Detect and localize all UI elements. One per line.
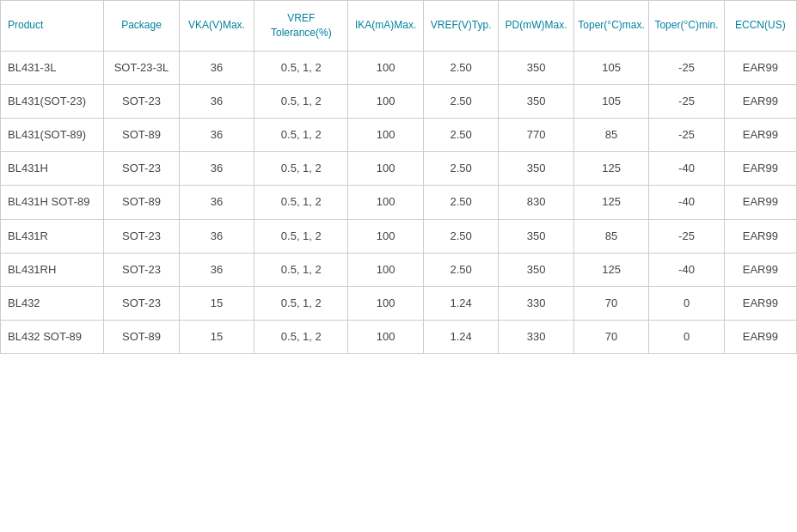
cell-pd: 350 xyxy=(499,84,573,118)
cell-toper_min: -25 xyxy=(649,219,724,253)
product-table: ProductPackageVKA(V)Max.VREF Tolerance(%… xyxy=(0,0,797,354)
cell-vka: 36 xyxy=(179,219,254,253)
cell-vref_typ: 2.50 xyxy=(423,118,498,151)
cell-vref_typ: 2.50 xyxy=(423,253,498,286)
cell-eccn: EAR99 xyxy=(724,286,796,320)
cell-pd: 770 xyxy=(499,118,573,151)
cell-package: SOT-89 xyxy=(104,118,179,151)
cell-package: SOT-23 xyxy=(104,219,179,253)
cell-vka: 36 xyxy=(179,51,254,84)
cell-vref_typ: 2.50 xyxy=(423,84,498,118)
header-vref-typ: VREF(V)Typ. xyxy=(423,1,498,52)
header-toper-max: Toper(°C)max. xyxy=(573,1,648,52)
cell-pd: 350 xyxy=(499,152,573,186)
cell-product: BL431(SOT-23) xyxy=(1,84,104,118)
table-row: BL431-3LSOT-23-3L360.5, 1, 21002.5035010… xyxy=(1,51,797,84)
cell-product: BL431H xyxy=(1,152,104,186)
cell-eccn: EAR99 xyxy=(724,84,796,118)
cell-toper_min: -25 xyxy=(649,118,724,151)
cell-ika: 100 xyxy=(348,152,423,186)
cell-product: BL431RH xyxy=(1,253,104,286)
cell-product: BL431H SOT-89 xyxy=(1,186,104,219)
cell-vka: 36 xyxy=(179,253,254,286)
cell-vka: 36 xyxy=(179,152,254,186)
cell-vref_tol: 0.5, 1, 2 xyxy=(254,321,348,354)
cell-product: BL431(SOT-89) xyxy=(1,118,104,151)
cell-ika: 100 xyxy=(348,51,423,84)
cell-ika: 100 xyxy=(348,321,423,354)
cell-vref_typ: 2.50 xyxy=(423,186,498,219)
cell-vref_tol: 0.5, 1, 2 xyxy=(254,84,348,118)
cell-toper_min: -40 xyxy=(649,253,724,286)
header-toper-min: Toper(°C)min. xyxy=(649,1,724,52)
cell-pd: 350 xyxy=(499,51,573,84)
cell-vka: 36 xyxy=(179,84,254,118)
header-package: Package xyxy=(104,1,179,52)
cell-pd: 350 xyxy=(499,253,573,286)
cell-package: SOT-89 xyxy=(104,321,179,354)
table-row: BL432 SOT-89SOT-89150.5, 1, 21001.243307… xyxy=(1,321,797,354)
header-pd-max: PD(mW)Max. xyxy=(499,1,573,52)
header-vref-tol: VREF Tolerance(%) xyxy=(254,1,348,52)
cell-toper_min: -25 xyxy=(649,51,724,84)
cell-product: BL431R xyxy=(1,219,104,253)
cell-ika: 100 xyxy=(348,118,423,151)
cell-vref_typ: 2.50 xyxy=(423,51,498,84)
header-vka-max: VKA(V)Max. xyxy=(179,1,254,52)
table-row: BL432SOT-23150.5, 1, 21001.24330700EAR99 xyxy=(1,286,797,320)
cell-toper_min: -25 xyxy=(649,84,724,118)
cell-toper_min: 0 xyxy=(649,286,724,320)
cell-vref_tol: 0.5, 1, 2 xyxy=(254,219,348,253)
cell-ika: 100 xyxy=(348,186,423,219)
cell-toper_max: 85 xyxy=(573,219,648,253)
table-row: BL431(SOT-89)SOT-89360.5, 1, 21002.50770… xyxy=(1,118,797,151)
table-row: BL431RHSOT-23360.5, 1, 21002.50350125-40… xyxy=(1,253,797,286)
cell-eccn: EAR99 xyxy=(724,219,796,253)
cell-toper_min: -40 xyxy=(649,152,724,186)
cell-toper_min: 0 xyxy=(649,321,724,354)
cell-toper_max: 70 xyxy=(573,321,648,354)
cell-pd: 830 xyxy=(499,186,573,219)
cell-pd: 350 xyxy=(499,219,573,253)
cell-vref_typ: 1.24 xyxy=(423,321,498,354)
cell-toper_max: 125 xyxy=(573,186,648,219)
cell-eccn: EAR99 xyxy=(724,51,796,84)
cell-eccn: EAR99 xyxy=(724,186,796,219)
cell-vref_tol: 0.5, 1, 2 xyxy=(254,286,348,320)
table-row: BL431(SOT-23)SOT-23360.5, 1, 21002.50350… xyxy=(1,84,797,118)
cell-ika: 100 xyxy=(348,219,423,253)
cell-toper_max: 105 xyxy=(573,51,648,84)
cell-vka: 36 xyxy=(179,118,254,151)
cell-product: BL432 SOT-89 xyxy=(1,321,104,354)
cell-toper_max: 85 xyxy=(573,118,648,151)
cell-package: SOT-23 xyxy=(104,286,179,320)
cell-vref_typ: 2.50 xyxy=(423,152,498,186)
table-row: BL431HSOT-23360.5, 1, 21002.50350125-40E… xyxy=(1,152,797,186)
cell-package: SOT-23 xyxy=(104,152,179,186)
cell-pd: 330 xyxy=(499,286,573,320)
header-product: Product xyxy=(1,1,104,52)
cell-product: BL431-3L xyxy=(1,51,104,84)
cell-eccn: EAR99 xyxy=(724,321,796,354)
cell-package: SOT-23 xyxy=(104,253,179,286)
cell-toper_max: 70 xyxy=(573,286,648,320)
cell-vref_typ: 2.50 xyxy=(423,219,498,253)
cell-vref_tol: 0.5, 1, 2 xyxy=(254,152,348,186)
cell-toper_max: 125 xyxy=(573,152,648,186)
cell-vref_tol: 0.5, 1, 2 xyxy=(254,186,348,219)
cell-ika: 100 xyxy=(348,253,423,286)
cell-package: SOT-89 xyxy=(104,186,179,219)
cell-vka: 36 xyxy=(179,186,254,219)
cell-eccn: EAR99 xyxy=(724,253,796,286)
cell-eccn: EAR99 xyxy=(724,152,796,186)
table-row: BL431RSOT-23360.5, 1, 21002.5035085-25EA… xyxy=(1,219,797,253)
cell-package: SOT-23-3L xyxy=(104,51,179,84)
cell-vka: 15 xyxy=(179,286,254,320)
cell-vref_tol: 0.5, 1, 2 xyxy=(254,118,348,151)
header-row: ProductPackageVKA(V)Max.VREF Tolerance(%… xyxy=(1,1,797,52)
cell-vref_tol: 0.5, 1, 2 xyxy=(254,51,348,84)
cell-eccn: EAR99 xyxy=(724,118,796,151)
header-ika-max: IKA(mA)Max. xyxy=(348,1,423,52)
table-row: BL431H SOT-89SOT-89360.5, 1, 21002.50830… xyxy=(1,186,797,219)
cell-vka: 15 xyxy=(179,321,254,354)
